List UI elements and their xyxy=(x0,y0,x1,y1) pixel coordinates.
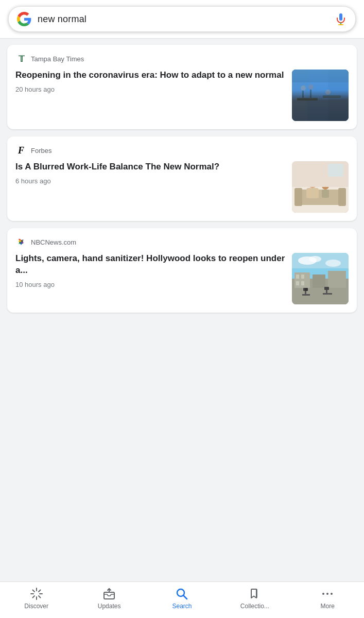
svg-rect-13 xyxy=(292,70,349,82)
card-source-3: NBCNews.com xyxy=(15,236,349,248)
news-card-3[interactable]: NBCNews.com Lights, camera, hand sanitiz… xyxy=(7,228,357,313)
svg-rect-2 xyxy=(292,70,349,121)
svg-rect-32 xyxy=(313,274,325,288)
nav-item-more[interactable]: More xyxy=(307,587,348,610)
svg-rect-36 xyxy=(296,281,299,285)
nbc-logo-icon xyxy=(15,236,27,248)
svg-rect-34 xyxy=(296,274,299,279)
more-label: More xyxy=(321,603,335,610)
search-query-text: new normal xyxy=(38,14,335,25)
card-time-1: 20 hours ago xyxy=(15,85,286,93)
svg-rect-6 xyxy=(297,98,318,100)
updates-icon xyxy=(102,587,116,600)
search-label: Search xyxy=(172,603,192,610)
svg-rect-33 xyxy=(328,271,346,288)
svg-rect-38 xyxy=(302,294,310,296)
bookmark-icon xyxy=(248,587,262,600)
card-text-3: Lights, camera, hand sanitizer! Hollywoo… xyxy=(15,253,286,288)
svg-line-51 xyxy=(39,590,41,592)
tbt-logo-icon: 𝕋 xyxy=(15,53,27,64)
svg-rect-16 xyxy=(294,188,302,206)
svg-rect-5 xyxy=(328,70,349,121)
svg-rect-35 xyxy=(301,274,304,279)
svg-rect-42 xyxy=(323,293,332,295)
card-headline-1: Reopening in the coronavirus era: How to… xyxy=(15,70,286,81)
search-bar[interactable]: new normal xyxy=(8,6,356,32)
card-text-1: Reopening in the coronavirus era: How to… xyxy=(15,70,286,93)
svg-line-56 xyxy=(184,596,187,599)
svg-point-10 xyxy=(308,84,314,90)
nav-item-search[interactable]: Search xyxy=(161,587,202,610)
svg-rect-7 xyxy=(302,90,304,98)
svg-point-12 xyxy=(325,90,331,95)
card-image-3 xyxy=(292,253,349,304)
nav-item-discover[interactable]: Discover xyxy=(16,587,57,610)
search-icon xyxy=(175,587,188,600)
source-name-2: Forbes xyxy=(31,147,51,154)
card-time-3: 10 hours ago xyxy=(15,281,286,288)
more-dots-icon xyxy=(321,587,334,600)
updates-label: Updates xyxy=(98,603,121,610)
card-headline-3: Lights, camera, hand sanitizer! Hollywoo… xyxy=(15,253,286,277)
card-text-2: Is A Blurred Work-Life Balance The New N… xyxy=(15,161,286,185)
card-body-2: Is A Blurred Work-Life Balance The New N… xyxy=(15,161,349,213)
svg-point-57 xyxy=(322,593,324,595)
svg-rect-17 xyxy=(338,188,346,206)
svg-rect-21 xyxy=(322,190,329,198)
card-image-2 xyxy=(292,161,349,213)
svg-line-50 xyxy=(39,596,41,598)
collections-label: Collectio... xyxy=(240,603,269,610)
svg-rect-4 xyxy=(292,70,307,121)
card-image-1 xyxy=(292,70,349,121)
card-source-1: 𝕋 Tampa Bay Times xyxy=(15,53,349,64)
bottom-navigation: Discover Updates Search xyxy=(0,581,364,618)
nbc-peacock-icon xyxy=(15,236,27,248)
svg-rect-3 xyxy=(292,70,349,95)
source-name-3: NBCNews.com xyxy=(31,238,76,246)
microphone-icon[interactable] xyxy=(335,13,347,25)
svg-point-59 xyxy=(331,593,333,595)
svg-line-52 xyxy=(32,596,34,598)
svg-rect-44 xyxy=(324,287,329,290)
svg-point-58 xyxy=(326,593,328,595)
discover-icon xyxy=(30,587,43,600)
svg-rect-23 xyxy=(328,164,343,177)
news-cards-container: 𝕋 Tampa Bay Times Reopening in the coron… xyxy=(0,39,364,364)
svg-point-29 xyxy=(325,260,341,267)
source-name-1: Tampa Bay Times xyxy=(31,55,84,63)
card-time-2: 6 hours ago xyxy=(15,177,286,185)
card-body-1: Reopening in the coronavirus era: How to… xyxy=(15,70,349,121)
news-card-1[interactable]: 𝕋 Tampa Bay Times Reopening in the coron… xyxy=(7,45,357,129)
svg-rect-11 xyxy=(323,95,341,98)
card-source-2: F Forbes xyxy=(15,145,349,156)
nav-item-collections[interactable]: Collectio... xyxy=(234,587,275,610)
google-logo-icon xyxy=(17,12,31,26)
nav-item-updates[interactable]: Updates xyxy=(89,587,130,610)
svg-rect-8 xyxy=(310,89,311,98)
svg-line-49 xyxy=(32,590,34,592)
card-headline-2: Is A Blurred Work-Life Balance The New N… xyxy=(15,161,286,173)
discover-label: Discover xyxy=(24,603,48,610)
svg-rect-19 xyxy=(306,188,319,198)
search-bar-container: new normal xyxy=(0,0,364,39)
svg-point-41 xyxy=(305,288,308,291)
svg-point-9 xyxy=(301,85,306,91)
news-card-2[interactable]: F Forbes Is A Blurred Work-Life Balance … xyxy=(7,136,357,221)
svg-rect-37 xyxy=(301,281,304,285)
svg-point-28 xyxy=(309,256,321,262)
card-body-3: Lights, camera, hand sanitizer! Hollywoo… xyxy=(15,253,349,304)
forbes-logo-icon: F xyxy=(15,145,27,156)
